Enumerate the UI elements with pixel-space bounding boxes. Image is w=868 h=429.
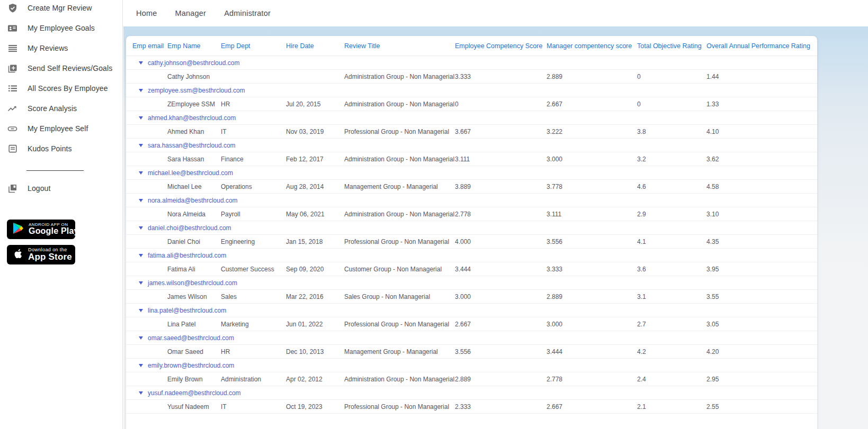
email-group-row[interactable]: emily.brown@besthrcloud.com bbox=[126, 359, 817, 372]
email-group-row[interactable]: michael.lee@besthrcloud.com bbox=[126, 166, 817, 180]
email-group-row[interactable]: ahmed.khan@besthrcloud.com bbox=[126, 111, 817, 125]
collapse-caret-icon[interactable] bbox=[139, 61, 143, 65]
employee-group: fatima.ali@besthrcloud.com Fatima Ali Cu… bbox=[126, 249, 817, 276]
collapse-caret-icon[interactable] bbox=[139, 89, 143, 92]
sidebar-item-label: Create Mgr Review bbox=[28, 4, 92, 12]
email-group-row[interactable]: zemployee.ssm@besthrcloud.com bbox=[126, 84, 817, 97]
email-group-row[interactable]: omar.saeed@besthrcloud.com bbox=[126, 331, 817, 345]
employee-email-link[interactable]: james.wilson@besthrcloud.com bbox=[148, 279, 237, 287]
sidebar-item-send-self-reviews[interactable]: Send Self Reviews/Goals bbox=[0, 58, 122, 78]
collapse-caret-icon[interactable] bbox=[139, 391, 143, 395]
collapse-caret-icon[interactable] bbox=[139, 144, 143, 147]
email-group-row[interactable]: james.wilson@besthrcloud.com bbox=[126, 276, 817, 290]
employee-email-link[interactable]: fatima.ali@besthrcloud.com bbox=[148, 252, 226, 259]
cell-total-objective-rating: 3.6 bbox=[637, 266, 706, 273]
employee-email-link[interactable]: emily.brown@besthrcloud.com bbox=[148, 362, 234, 369]
sidebar-item-label: My Employee Self bbox=[28, 124, 88, 133]
collapse-caret-icon[interactable] bbox=[139, 254, 143, 257]
google-play-icon bbox=[13, 222, 24, 236]
cell-hire-date: Apr 02, 2012 bbox=[286, 376, 344, 383]
sidebar-item-my-employee-goals[interactable]: My Employee Goals bbox=[0, 18, 122, 38]
cell-emp-dept: IT bbox=[221, 128, 286, 135]
email-group-row[interactable]: daniel.choi@besthrcloud.com bbox=[126, 221, 817, 235]
employee-email-link[interactable]: ahmed.khan@besthrcloud.com bbox=[148, 114, 236, 122]
collapse-caret-icon[interactable] bbox=[139, 199, 143, 202]
cell-emp-dept: HR bbox=[221, 348, 286, 355]
col-header-employee-competency-score[interactable]: Employee Competency Score bbox=[455, 42, 547, 50]
collapse-caret-icon[interactable] bbox=[139, 116, 143, 120]
contact-card-icon bbox=[7, 23, 17, 33]
collapse-caret-icon[interactable] bbox=[139, 309, 143, 312]
employee-email-link[interactable]: omar.saeed@besthrcloud.com bbox=[148, 334, 234, 342]
cell-review-title: Professional Group - Non Managerial bbox=[344, 321, 455, 328]
cell-emp-dept: Sales bbox=[221, 293, 286, 300]
col-header-manager-competency-score[interactable]: Manager compentency score bbox=[547, 42, 637, 50]
shield-check-icon bbox=[7, 3, 17, 13]
sidebar-item-score-analysis[interactable]: Score Analysis bbox=[0, 98, 122, 118]
employee-email-link[interactable]: nora.almeida@besthrcloud.com bbox=[148, 197, 238, 204]
col-header-overall-annual-performance-rating[interactable]: Overall Annual Performance Rating bbox=[706, 42, 817, 50]
col-header-total-objective-rating[interactable]: Total Objective Rating bbox=[637, 42, 706, 50]
employee-email-link[interactable]: yusuf.nadeem@besthrcloud.com bbox=[148, 389, 241, 397]
sidebar-item-label: Score Analysis bbox=[28, 104, 77, 113]
collapse-caret-icon[interactable] bbox=[139, 171, 143, 175]
col-header-emp-email[interactable]: Emp email bbox=[132, 42, 167, 50]
cell-hire-date: Jun 01, 2022 bbox=[286, 321, 344, 328]
col-header-emp-dept[interactable]: Emp Dept bbox=[221, 42, 286, 50]
table-row: Emily Brown Administration Apr 02, 2012 … bbox=[126, 372, 817, 386]
email-group-row[interactable]: fatima.ali@besthrcloud.com bbox=[126, 249, 817, 262]
cell-emp-name: ZEmployee SSM bbox=[167, 101, 221, 108]
cell-hire-date: Feb 12, 2017 bbox=[286, 156, 344, 163]
employee-email-link[interactable]: lina.patel@besthrcloud.com bbox=[148, 307, 226, 314]
sidebar-item-kudos-points[interactable]: Kudos Points bbox=[0, 139, 122, 159]
employee-email-link[interactable]: daniel.choi@besthrcloud.com bbox=[148, 224, 231, 232]
tab-manager[interactable]: Manager bbox=[175, 9, 206, 17]
email-group-row[interactable]: nora.almeida@besthrcloud.com bbox=[126, 194, 817, 207]
email-group-row[interactable]: cathy.johnson@besthrcloud.com bbox=[126, 56, 817, 70]
cell-employee-competency-score: 3.333 bbox=[455, 73, 547, 80]
cell-employee-competency-score: 2.333 bbox=[455, 403, 547, 410]
cell-manager-competency-score: 3.444 bbox=[547, 348, 637, 355]
cell-emp-name: Cathy Johnson bbox=[167, 73, 221, 80]
collapse-caret-icon[interactable] bbox=[139, 364, 143, 367]
cell-manager-competency-score: 2.889 bbox=[547, 293, 637, 300]
collapse-caret-icon[interactable] bbox=[139, 281, 143, 285]
cell-total-objective-rating: 2.4 bbox=[637, 376, 706, 383]
table-row: ZEmployee SSM HR Jul 20, 2015 Administra… bbox=[126, 97, 817, 111]
col-header-emp-name[interactable]: Emp Name bbox=[167, 42, 221, 50]
cell-emp-dept: Customer Success bbox=[221, 266, 286, 273]
sidebar-item-my-reviews[interactable]: My Reviews bbox=[0, 38, 122, 58]
trend-up-icon bbox=[7, 104, 17, 114]
tab-home[interactable]: Home bbox=[136, 9, 157, 17]
employee-group: daniel.choi@besthrcloud.com Daniel Choi … bbox=[126, 221, 817, 249]
sidebar-item-logout[interactable]: Logout bbox=[0, 178, 122, 198]
link-pill-icon bbox=[7, 124, 17, 134]
logout-icon bbox=[7, 184, 17, 194]
content-background: Emp email Emp Name Emp Dept Hire Date Re… bbox=[123, 26, 868, 429]
sidebar-item-label: Send Self Reviews/Goals bbox=[28, 64, 112, 72]
email-group-row[interactable]: lina.patel@besthrcloud.com bbox=[126, 304, 817, 317]
employee-group: nora.almeida@besthrcloud.com Nora Almeid… bbox=[126, 194, 817, 221]
sidebar-item-label: My Reviews bbox=[28, 44, 68, 52]
cell-employee-competency-score: 3.000 bbox=[455, 293, 547, 300]
email-group-row[interactable]: sara.hassan@besthrcloud.com bbox=[126, 139, 817, 152]
employee-email-link[interactable]: sara.hassan@besthrcloud.com bbox=[148, 142, 236, 149]
sidebar-item-my-employee-self[interactable]: My Employee Self bbox=[0, 118, 122, 139]
sidebar-item-all-scores-by-employee[interactable]: All Scores By Employee bbox=[0, 78, 122, 98]
google-play-badge[interactable]: ANDROID APP ON Google Play bbox=[7, 220, 75, 239]
col-header-review-title[interactable]: Review Title bbox=[344, 42, 455, 50]
tab-administrator[interactable]: Administrator bbox=[224, 9, 271, 17]
cell-overall-annual-performance-rating: 1.33 bbox=[706, 101, 817, 108]
employee-email-link[interactable]: cathy.johnson@besthrcloud.com bbox=[148, 59, 239, 67]
col-header-hire-date[interactable]: Hire Date bbox=[286, 42, 344, 50]
employee-email-link[interactable]: michael.lee@besthrcloud.com bbox=[148, 169, 233, 177]
cell-hire-date: Sep 09, 2020 bbox=[286, 266, 344, 273]
cell-review-title: Sales Group - Non Managerial bbox=[344, 293, 455, 300]
email-group-row[interactable]: yusuf.nadeem@besthrcloud.com bbox=[126, 386, 817, 400]
collapse-caret-icon[interactable] bbox=[139, 226, 143, 230]
cell-manager-competency-score: 3.222 bbox=[547, 128, 637, 135]
collapse-caret-icon[interactable] bbox=[139, 336, 143, 340]
app-store-badge[interactable]: Download on the App Store bbox=[7, 245, 75, 264]
sidebar-item-create-mgr-review[interactable]: Create Mgr Review bbox=[0, 0, 122, 18]
employee-email-link[interactable]: zemployee.ssm@besthrcloud.com bbox=[148, 87, 245, 94]
